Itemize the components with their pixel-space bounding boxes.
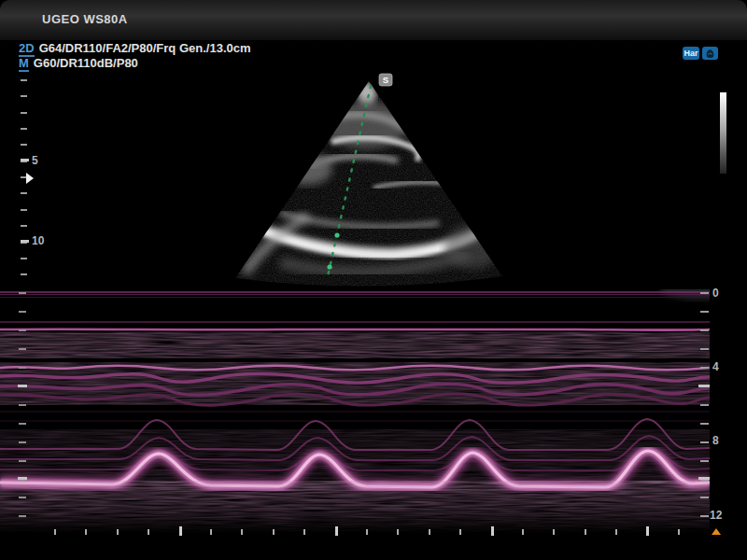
time-tick-major-1 bbox=[179, 526, 182, 536]
time-tick-major-4 bbox=[646, 526, 649, 536]
depth-tick-5cm bbox=[21, 159, 29, 161]
grayscale-map-bar bbox=[720, 92, 726, 174]
time-ruler bbox=[54, 529, 682, 535]
svg-text:S: S bbox=[383, 75, 388, 85]
mmode-ruler-right bbox=[700, 292, 709, 519]
harmonic-badge: Har bbox=[683, 47, 699, 60]
mmode-depth-label-4: 4 bbox=[712, 360, 719, 373]
orientation-marker: S bbox=[379, 74, 392, 86]
mmode-right-tick-5cm bbox=[698, 385, 710, 387]
machine-title: UGEO WS80A bbox=[42, 12, 128, 26]
mmode-depth-label-12: 12 bbox=[710, 509, 722, 522]
depth-label-5: 5 bbox=[32, 154, 38, 167]
mode-2d-label: 2D bbox=[19, 41, 35, 57]
mode-m-label: M bbox=[19, 56, 29, 72]
mmode-depth-label-0: 0 bbox=[712, 287, 719, 300]
mmode-left-tick-10cm bbox=[18, 477, 27, 480]
titlebar: UGEO WS80A bbox=[0, 0, 747, 40]
info-line-m: MG60/DR110dB/P80 bbox=[19, 56, 138, 70]
mmode-ruler-left bbox=[19, 292, 26, 519]
depth-tick-10cm bbox=[21, 240, 29, 243]
mline-cursor[interactable] bbox=[327, 86, 371, 280]
depth-label-10: 10 bbox=[32, 234, 44, 247]
mline-dot-bright-1 bbox=[334, 232, 339, 237]
mline-dot-bright-2 bbox=[327, 264, 331, 269]
mmode-trace-display bbox=[0, 289, 710, 534]
probe-badge bbox=[702, 47, 718, 60]
settings-m-text: G60/DR110dB/P80 bbox=[34, 56, 138, 70]
info-line-2d: 2DG64/DR110/FA2/P80/Frq Gen./13.0cm bbox=[19, 41, 251, 55]
sweep-position-marker bbox=[712, 528, 721, 535]
ultrasound-screen: UGEO WS80A 2DG64/DR110/FA2/P80/Frq Gen./… bbox=[0, 0, 747, 560]
time-tick-major-2 bbox=[335, 526, 338, 536]
probe-icon bbox=[704, 48, 716, 59]
focus-depth-marker[interactable] bbox=[26, 173, 34, 184]
mmode-right-tick-10cm bbox=[698, 477, 710, 480]
time-tick-major-3 bbox=[491, 526, 494, 536]
settings-2d-text: G64/DR110/FA2/P80/Frq Gen./13.0cm bbox=[39, 41, 251, 55]
mmode-left-tick-5cm bbox=[18, 385, 27, 387]
mmode-depth-label-8: 8 bbox=[712, 434, 719, 447]
